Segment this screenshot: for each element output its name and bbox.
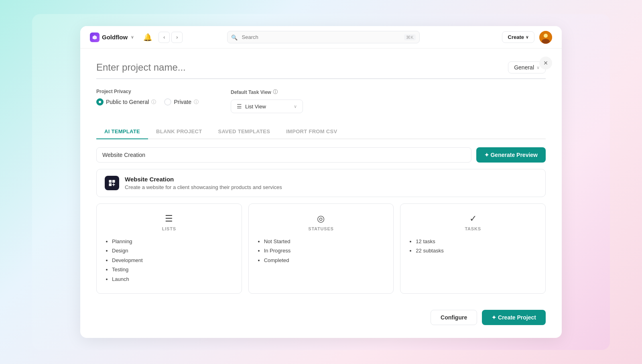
list-item: Not Started	[264, 237, 386, 246]
privacy-public-info-icon: ⓘ	[151, 99, 156, 106]
close-button[interactable]: ×	[539, 57, 552, 69]
list-item: Development	[112, 256, 234, 265]
settings-row: Project Privacy Public to General ⓘ Priv…	[96, 89, 546, 113]
list-view-label: List View	[245, 104, 266, 110]
nav-right: Create ∨	[502, 31, 552, 44]
template-info: Website Creation Create a website for a …	[125, 176, 282, 190]
privacy-section: Project Privacy Public to General ⓘ Priv…	[96, 89, 199, 106]
task-view-title: Default Task View ⓘ	[231, 89, 303, 96]
list-item: Completed	[264, 256, 386, 265]
list-item: Planning	[112, 237, 234, 246]
privacy-private-option[interactable]: Private ⓘ	[164, 98, 199, 106]
search-shortcut: ⌘K	[404, 34, 415, 40]
nav-back-button[interactable]: ‹	[158, 32, 170, 43]
privacy-title: Project Privacy	[96, 89, 199, 94]
statuses-title: STATUSES	[257, 226, 386, 231]
nav-forward-button[interactable]: ›	[171, 32, 183, 43]
statuses-preview-card: ◎ STATUSES Not Started In Progress Compl…	[248, 203, 394, 294]
svg-point-3	[544, 34, 548, 38]
lists-title: LISTS	[105, 226, 234, 231]
svg-rect-7	[109, 183, 112, 186]
privacy-private-label: Private	[174, 99, 191, 105]
nav-arrows: ‹ ›	[158, 32, 183, 43]
project-name-input[interactable]	[96, 62, 508, 73]
radio-public-circle	[96, 98, 104, 106]
tasks-preview-card: ✓ TASKS 12 tasks 22 subtasks	[400, 203, 546, 294]
privacy-radio-group: Public to General ⓘ Private ⓘ	[96, 98, 199, 106]
list-item: Design	[112, 246, 234, 255]
outer-container: Goldflow ∨ 🔔 ‹ › 🔍 ⌘K Create ∨	[32, 14, 610, 350]
list-item: In Progress	[264, 246, 386, 255]
preview-grid: ☰ LISTS Planning Design Development Test…	[96, 203, 546, 294]
brand-logo	[90, 33, 100, 42]
configure-button[interactable]: Configure	[431, 310, 477, 325]
project-name-row: General ∨	[96, 61, 546, 79]
list-item: Launch	[112, 275, 234, 284]
lists-preview-card: ☰ LISTS Planning Design Development Test…	[96, 203, 242, 294]
lists-items: Planning Design Development Testing Laun…	[105, 237, 234, 284]
statuses-icon: ◎	[257, 214, 386, 224]
privacy-private-info-icon: ⓘ	[194, 99, 199, 106]
list-item: Testing	[112, 265, 234, 274]
tab-blank-project[interactable]: BLANK PROJECT	[148, 124, 210, 139]
search-input[interactable]	[227, 31, 420, 43]
list-item: 12 tasks	[416, 237, 537, 246]
template-icon	[105, 176, 119, 190]
privacy-public-option[interactable]: Public to General ⓘ	[96, 98, 156, 106]
svg-rect-6	[112, 180, 115, 183]
modal-content: × General ∨ Project Privacy Public to Ge…	[80, 49, 562, 338]
create-button[interactable]: Create ∨	[502, 31, 534, 43]
list-view-chevron-icon: ∨	[294, 104, 297, 109]
tab-import-csv[interactable]: IMPORT FROM CSV	[278, 124, 345, 139]
template-search-row: ✦ Generate Preview	[96, 147, 546, 163]
task-view-select[interactable]: ☰ List View ∨	[231, 100, 303, 113]
radio-private-circle	[164, 98, 171, 106]
navbar: Goldflow ∨ 🔔 ‹ › 🔍 ⌘K Create ∨	[80, 26, 562, 49]
search-icon: 🔍	[231, 34, 238, 40]
main-window: Goldflow ∨ 🔔 ‹ › 🔍 ⌘K Create ∨	[80, 26, 562, 338]
brand-chevron-icon[interactable]: ∨	[131, 35, 134, 39]
task-view-section: Default Task View ⓘ ☰ List View ∨	[231, 89, 303, 113]
workspace-label: General	[514, 64, 534, 71]
tasks-items: 12 tasks 22 subtasks	[408, 237, 537, 256]
tab-ai-template[interactable]: AI TEMPLATE	[96, 124, 148, 139]
template-search-input[interactable]	[96, 147, 471, 163]
avatar	[539, 31, 552, 44]
statuses-items: Not Started In Progress Completed	[257, 237, 386, 265]
list-view-lines-icon: ☰	[237, 103, 242, 110]
task-view-info-icon: ⓘ	[273, 89, 278, 96]
bottom-row: Configure ✦ Create Project	[96, 303, 546, 325]
tab-saved-templates[interactable]: SAVED TEMPLATES	[210, 124, 278, 139]
svg-rect-5	[109, 180, 112, 183]
tasks-icon: ✓	[408, 214, 537, 224]
template-result-card: Website Creation Create a website for a …	[96, 169, 546, 197]
tasks-title: TASKS	[408, 226, 537, 231]
privacy-public-label: Public to General	[106, 99, 149, 105]
generate-preview-button[interactable]: ✦ Generate Preview	[476, 147, 546, 163]
lists-icon: ☰	[105, 214, 234, 224]
notification-bell-icon[interactable]: 🔔	[143, 33, 152, 42]
brand-name: Goldflow	[102, 34, 128, 41]
list-item: 22 subtasks	[416, 246, 537, 255]
template-description: Create a website for a client showcasing…	[125, 184, 282, 190]
brand: Goldflow ∨	[90, 33, 134, 42]
search-bar: 🔍 ⌘K	[227, 31, 420, 43]
create-project-button[interactable]: ✦ Create Project	[482, 310, 546, 325]
tabs-row: AI TEMPLATE BLANK PROJECT SAVED TEMPLATE…	[96, 124, 546, 139]
template-title: Website Creation	[125, 176, 282, 183]
workspace-chevron-icon: ∨	[536, 65, 540, 70]
svg-point-4	[542, 39, 550, 44]
